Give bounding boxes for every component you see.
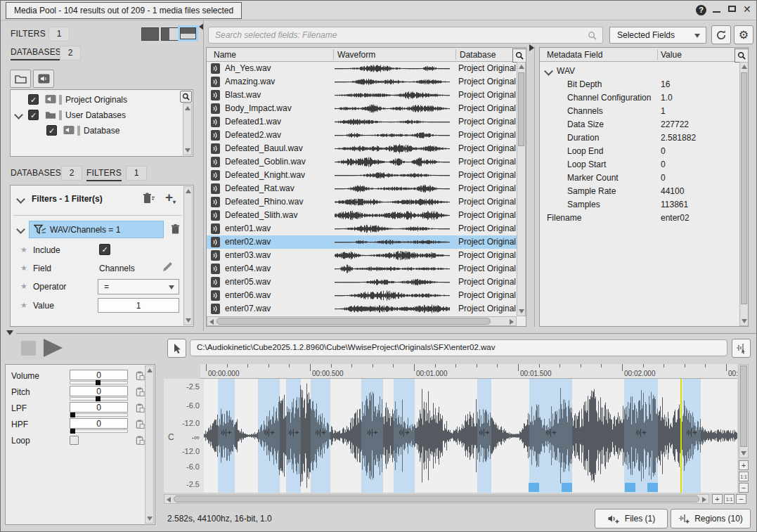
file-row[interactable]: enter03.wavProject Originals: [207, 249, 517, 262]
property-star-icon[interactable]: ★: [20, 245, 27, 254]
zoom-reset-vertical-button[interactable]: 1:1: [739, 472, 749, 481]
zoom-out-vertical-button[interactable]: −: [739, 483, 749, 493]
metadata-row-channel-configuration[interactable]: Channel Configuration1.0: [540, 91, 739, 105]
property-value-input[interactable]: 0: [70, 418, 128, 429]
tab-databases-lower[interactable]: DATABASES: [11, 168, 61, 178]
filters-group-chevron-icon[interactable]: [16, 195, 25, 204]
metadata-row-bit-depth[interactable]: Bit Depth16: [540, 78, 739, 91]
collapse-right-panel-icon[interactable]: [529, 44, 534, 51]
stop-button[interactable]: [21, 341, 36, 356]
column-database[interactable]: Database: [460, 50, 496, 60]
file-row[interactable]: enter06.wavProject Originals: [207, 289, 517, 302]
add-filter-button[interactable]: +▾: [165, 190, 176, 205]
metadata-scrollbar[interactable]: [739, 62, 749, 326]
view-single-button[interactable]: [141, 27, 159, 41]
view-split-horizontal-button-selected[interactable]: [178, 25, 198, 41]
zoom-reset-horizontal-button[interactable]: 1:1: [724, 494, 735, 504]
property-value-input[interactable]: 0: [70, 370, 128, 380]
tree-checkbox[interactable]: ✓: [46, 125, 57, 136]
region-move-icon[interactable]: [399, 428, 410, 437]
edit-field-button[interactable]: [162, 261, 173, 272]
property-value-input[interactable]: 0: [70, 402, 128, 413]
file-row[interactable]: Defeated_Bauul.wavProject Originals: [207, 142, 517, 155]
file-row[interactable]: Blast.wavProject Originals: [207, 89, 517, 102]
include-checkbox[interactable]: ✓: [99, 244, 110, 255]
property-value-input[interactable]: 0: [70, 386, 128, 396]
right-splitter[interactable]: [534, 47, 535, 327]
metadata-row-data-size[interactable]: Data Size227722: [540, 118, 739, 131]
file-row[interactable]: enter07.wavProject Originals: [207, 302, 517, 316]
settings-button[interactable]: ⚙: [734, 25, 753, 44]
metadata-row-loop-start[interactable]: Loop Start0: [540, 158, 739, 171]
zoom-out-horizontal-button[interactable]: −: [736, 494, 746, 504]
metadata-row-marker-count[interactable]: Marker Count0: [540, 171, 739, 185]
file-row[interactable]: Defeated2.wavProject Originals: [207, 129, 517, 142]
zoom-in-horizontal-button[interactable]: +: [712, 494, 723, 504]
selection-tool-button[interactable]: [167, 339, 186, 358]
expander-chevron-icon[interactable]: [14, 110, 23, 119]
maximize-button[interactable]: [728, 6, 736, 12]
waveform-edit-button[interactable]: [732, 339, 751, 358]
tree-checkbox[interactable]: ✓: [28, 94, 39, 105]
region-move-icon[interactable]: [479, 428, 490, 437]
zoom-in-vertical-button[interactable]: +: [739, 460, 749, 470]
delete-filter-button[interactable]: [171, 223, 180, 235]
list-search-button[interactable]: [512, 48, 526, 63]
column-name[interactable]: Name: [214, 50, 236, 60]
paste-properties-icon[interactable]: [136, 387, 145, 397]
paste-properties-icon[interactable]: [136, 370, 145, 381]
group-chevron-icon[interactable]: [544, 67, 553, 76]
tree-search-button[interactable]: [180, 91, 192, 103]
bottom-splitter[interactable]: [16, 333, 756, 334]
region-edge-handle[interactable]: [647, 483, 658, 492]
property-star-icon[interactable]: ★: [20, 264, 27, 273]
file-row[interactable]: Defeated_Knight.wavProject Originals: [207, 169, 517, 182]
slider-thumb[interactable]: [96, 380, 101, 385]
column-metadata-field[interactable]: Metadata Field: [547, 50, 602, 60]
file-row[interactable]: Ah_Yes.wavProject Originals: [207, 62, 517, 75]
file-row[interactable]: Body_Impact.wavProject Originals: [207, 102, 517, 115]
filter-item-chevron-icon[interactable]: [16, 225, 25, 234]
region-move-icon[interactable]: [221, 428, 232, 437]
column-waveform[interactable]: Waveform: [337, 50, 375, 60]
file-list-vscrollbar[interactable]: [517, 62, 526, 316]
refresh-button[interactable]: [711, 25, 731, 44]
paste-properties-icon[interactable]: [136, 435, 145, 446]
metadata-row-sample-rate[interactable]: Sample Rate44100: [540, 185, 739, 198]
region-move-icon[interactable]: [288, 428, 299, 437]
file-row[interactable]: enter01.wavProject Originals: [207, 222, 517, 235]
region-edge-handle[interactable]: [562, 483, 572, 492]
metadata-row-samples[interactable]: Samples113861: [540, 198, 739, 212]
metadata-row-channels[interactable]: Channels1: [540, 105, 739, 118]
collapse-bottom-panel-icon[interactable]: [6, 330, 13, 335]
slider-thumb[interactable]: [70, 429, 75, 434]
region-move-icon[interactable]: [367, 428, 377, 437]
metadata-row-filename[interactable]: Filenameenter02: [540, 212, 739, 225]
property-slider[interactable]: [70, 413, 128, 417]
slider-thumb[interactable]: [70, 413, 75, 417]
waveform-hscrollbar[interactable]: [164, 494, 709, 504]
file-row[interactable]: enter02.wavProject Originals: [207, 235, 517, 249]
tree-checkbox[interactable]: ✓: [28, 110, 39, 120]
region-move-icon[interactable]: [545, 428, 556, 437]
loop-checkbox[interactable]: [70, 436, 79, 445]
regions-button[interactable]: Regions (10): [671, 509, 751, 528]
filters-panel-label[interactable]: FILTERS: [11, 29, 46, 39]
tab-filters-lower[interactable]: FILTERS: [86, 168, 122, 181]
left-splitter[interactable]: [203, 20, 204, 331]
region-move-icon[interactable]: [636, 428, 647, 437]
waveform-vscrollbar[interactable]: [739, 364, 749, 458]
playhead[interactable]: [680, 379, 682, 493]
metadata-row-group[interactable]: WAV: [540, 65, 739, 78]
new-folder-button[interactable]: [10, 70, 31, 88]
tab-databases[interactable]: DATABASES: [11, 47, 61, 60]
region-edge-handle[interactable]: [529, 483, 539, 492]
play-button[interactable]: [44, 339, 63, 357]
file-row[interactable]: Defeated1.wavProject Originals: [207, 115, 517, 129]
tree-item-project-originals[interactable]: ✓ Project Originals: [11, 93, 179, 107]
paste-properties-icon[interactable]: [136, 419, 145, 429]
file-list-hscrollbar[interactable]: [207, 316, 517, 326]
region-move-icon[interactable]: [264, 428, 274, 437]
file-path-field[interactable]: C:\Audiokinetic\Cube2025.1.2.8960\Cube\W…: [190, 339, 727, 356]
close-button[interactable]: ✕: [743, 4, 751, 15]
